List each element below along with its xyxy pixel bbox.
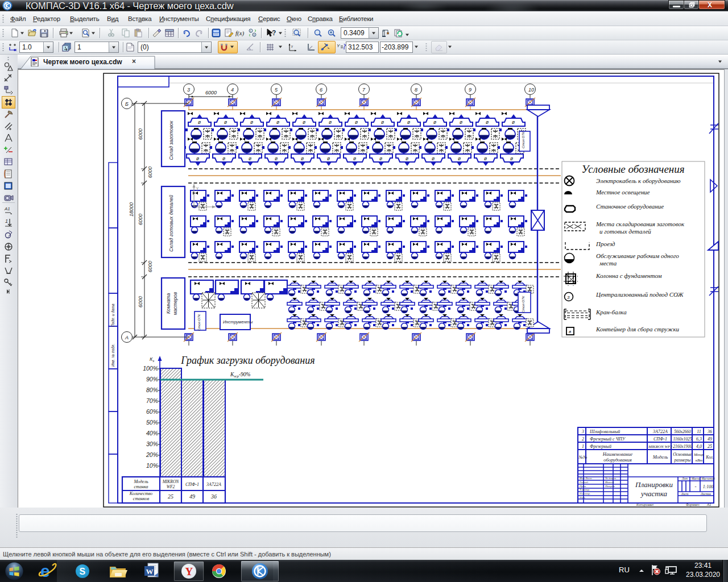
svg-text:3: 3	[567, 295, 570, 300]
svg-text:6000: 6000	[147, 261, 153, 272]
svg-text:Местное освещение: Местное освещение	[595, 189, 650, 196]
svg-text:MIKRON: MIKRON	[162, 479, 180, 484]
svg-text:Контейнер для сбора стружки: Контейнер для сбора стружки	[595, 326, 680, 332]
svg-text:станков: станков	[133, 496, 150, 501]
svg-text:Кол.: Кол.	[705, 455, 714, 460]
svg-text:размеры: размеры	[674, 458, 692, 463]
svg-text:Формат: Формат	[686, 503, 700, 506]
svg-text:10%: 10%	[146, 462, 158, 469]
svg-text:мастеров: мастеров	[172, 292, 178, 315]
svg-text:6000: 6000	[138, 128, 143, 140]
svg-text:Утв.: Утв.	[580, 496, 585, 499]
svg-text:кВт: кВт	[696, 458, 703, 463]
svg-text:560х2660: 560х2660	[674, 429, 691, 434]
svg-text:№№: №№	[578, 455, 588, 460]
svg-text:W: W	[146, 567, 154, 576]
svg-text:36: 36	[210, 493, 217, 500]
svg-text:Централизованный подвод СОЖ: Централизованный подвод СОЖ	[595, 291, 684, 298]
svg-text:Y: Y	[185, 566, 193, 577]
svg-text:6000: 6000	[138, 214, 143, 225]
svg-text:Условные обозначения: Условные обозначения	[581, 163, 684, 175]
svg-text:Колонна с фундаментом: Колонна с фундаментом	[595, 272, 662, 279]
svg-text:Лист: Лист	[681, 492, 689, 496]
svg-text:График загрузки оборудования: График загрузки оборудования	[180, 355, 315, 366]
svg-text:90%: 90%	[146, 376, 158, 383]
svg-text:Инструменты: Инструменты	[223, 319, 253, 325]
svg-text:Склад заготовок: Склад заготовок	[168, 120, 174, 160]
svg-text:Шлифовальный: Шлифовальный	[589, 429, 620, 434]
svg-text:1:100: 1:100	[703, 484, 714, 489]
svg-text:25: 25	[708, 444, 712, 449]
svg-text:Инв. № подл.: Инв. № подл.	[111, 343, 115, 367]
svg-text:Пров.: Пров.	[579, 485, 586, 488]
svg-text:40%: 40%	[146, 430, 158, 436]
svg-text:Количество: Количество	[129, 491, 152, 496]
svg-text:6,3: 6,3	[696, 436, 702, 442]
svg-text:e: e	[40, 562, 50, 580]
svg-text:3А722А: 3А722А	[652, 429, 668, 434]
svg-text:4: 4	[231, 87, 234, 93]
svg-text:80%: 80%	[146, 386, 158, 393]
svg-text:участка: участка	[640, 489, 667, 498]
svg-text:А1: А1	[706, 503, 711, 506]
svg-text:100%: 100%	[143, 365, 158, 372]
svg-text:№ докум.: № докум.	[605, 477, 617, 480]
svg-text:СПФ-1: СПФ-1	[185, 482, 199, 487]
svg-text:и готовых деталей: и готовых деталей	[599, 228, 651, 235]
svg-text:Стол ОТК: Стол ОТК	[522, 131, 525, 148]
svg-text:y: y	[196, 185, 198, 190]
svg-text:1160х1025: 1160х1025	[673, 436, 692, 442]
svg-text:20%: 20%	[146, 451, 158, 458]
svg-text:Стол ОТК: Стол ОТК	[197, 314, 201, 331]
svg-text:Разраб.: Разраб.	[579, 481, 589, 484]
svg-text:Наименование: Наименование	[602, 451, 633, 457]
svg-text:49: 49	[708, 436, 712, 442]
svg-text:Масштаб: Масштаб	[701, 477, 715, 480]
svg-text:Модель: Модель	[133, 479, 148, 484]
svg-text:СПФ-1: СПФ-1	[653, 436, 667, 442]
svg-text:Б: Б	[125, 101, 129, 107]
svg-text:Лит: Лит	[681, 477, 688, 480]
svg-text:Т.контр.: Т.контр.	[580, 488, 590, 491]
svg-text:18000: 18000	[129, 202, 134, 217]
svg-text:Планировки: Планировки	[635, 480, 673, 489]
svg-text:Проезд: Проезд	[595, 240, 615, 247]
svg-text:3А722А: 3А722А	[206, 482, 221, 487]
svg-text:Фрезерный: Фрезерный	[590, 444, 611, 449]
svg-text:3: 3	[187, 87, 190, 93]
svg-text:Кзср-90%: Кзср-90%	[230, 372, 251, 378]
svg-text:9: 9	[469, 87, 471, 93]
svg-text:Петров: Петров	[605, 485, 615, 488]
svg-text:Н.контр.: Н.контр.	[579, 492, 590, 495]
svg-text:А: А	[125, 335, 129, 340]
svg-text:10: 10	[528, 87, 534, 93]
svg-text:30%: 30%	[146, 440, 158, 447]
svg-text:Мощн: Мощн	[693, 452, 705, 457]
svg-text:Кран-балка: Кран-балка	[595, 309, 627, 315]
svg-text:-: -	[695, 484, 697, 489]
svg-text:Места складирования заготовок: Места складирования заготовок	[595, 221, 685, 227]
svg-text:оборудования: оборудования	[603, 457, 631, 463]
svg-text:Фрезерный с ЧПУ: Фрезерный с ЧПУ	[590, 436, 626, 442]
svg-text:Масса: Масса	[691, 477, 700, 480]
svg-text:WF2: WF2	[167, 484, 175, 489]
svg-text:Подп. и дата: Подп. и дата	[111, 304, 115, 327]
svg-text:4,0: 4,0	[696, 444, 702, 449]
svg-text:3: 3	[581, 429, 584, 434]
svg-text:Стол ОТК: Стол ОТК	[522, 296, 525, 313]
svg-text:25: 25	[168, 493, 173, 500]
svg-text:Копировал: Копировал	[636, 503, 653, 506]
svg-text:Изм Лист: Изм Лист	[579, 477, 592, 480]
svg-text:Основные: Основные	[673, 452, 692, 457]
svg-text:6000: 6000	[138, 296, 143, 307]
svg-text:Листов: Листов	[700, 492, 712, 496]
svg-text:Электрокабель к оборудованию: Электрокабель к оборудованию	[596, 177, 681, 184]
svg-text:1: 1	[582, 444, 584, 449]
svg-text:6: 6	[320, 87, 322, 93]
svg-text:Обслуживание рабочим одного: Обслуживание рабочим одного	[596, 252, 679, 259]
svg-text:6000: 6000	[205, 90, 217, 95]
svg-text:60%: 60%	[146, 408, 158, 415]
svg-text:Комната: Комната	[166, 293, 171, 314]
svg-text:36: 36	[707, 429, 712, 434]
svg-text:50%: 50%	[146, 419, 158, 426]
